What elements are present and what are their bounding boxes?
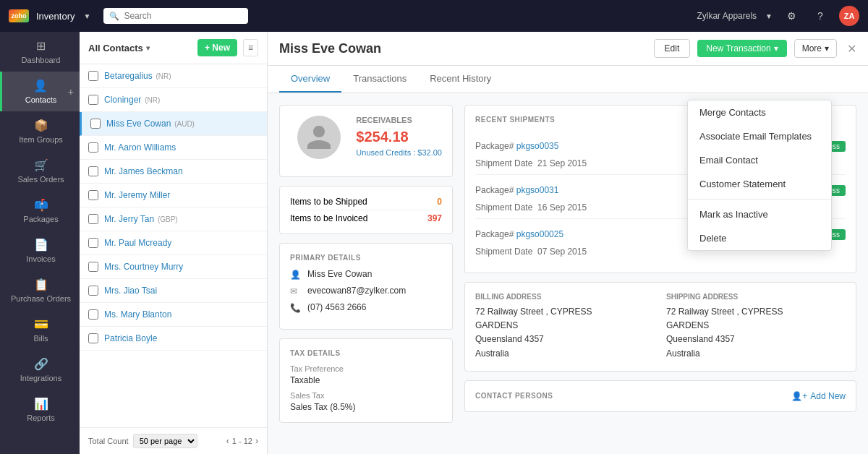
list-item[interactable]: Patricia Boyle: [80, 327, 267, 351]
list-item[interactable]: Ms. Mary Blanton: [80, 303, 267, 327]
detail-tabs: Overview Transactions Recent History: [268, 66, 868, 93]
reports-icon: 📊: [34, 397, 48, 411]
contact-checkbox[interactable]: [88, 309, 98, 320]
main-layout: ⊞ Dashboard 👤 Contacts + 📦 Item Groups 🛒…: [0, 32, 868, 454]
dropdown-item-customer-statement[interactable]: Customer Statement: [688, 172, 831, 196]
list-item[interactable]: Betaregalius (NR): [80, 64, 267, 88]
contact-checkbox[interactable]: [88, 333, 98, 343]
edit-button[interactable]: Edit: [654, 39, 691, 58]
sidebar-label-bills: Bills: [33, 334, 48, 343]
tab-overview[interactable]: Overview: [279, 66, 341, 93]
sidebar-item-reports[interactable]: 📊 Reports: [0, 390, 80, 429]
contact-checkbox[interactable]: [88, 238, 98, 248]
item-groups-icon: 📦: [34, 119, 48, 132]
left-column: Receivables $254.18 Unused Credits : $32…: [279, 105, 453, 442]
contact-checkbox[interactable]: [88, 71, 98, 81]
contact-checkbox[interactable]: [88, 286, 98, 296]
list-item[interactable]: Miss Eve Cowan (AUD): [80, 112, 267, 136]
list-item[interactable]: Mr. Aaron Williams: [80, 136, 267, 160]
sidebar-item-item-groups[interactable]: 📦 Item Groups: [0, 111, 80, 151]
email-icon: ✉: [290, 286, 302, 296]
dropdown-item-merge-contacts[interactable]: Merge Contacts: [688, 100, 831, 124]
sidebar-item-purchase-orders[interactable]: 📋 Purchase Orders: [0, 270, 80, 310]
help-icon-button[interactable]: ?: [810, 6, 830, 26]
contact-checkbox[interactable]: [88, 95, 98, 105]
tab-recent-history[interactable]: Recent History: [418, 66, 503, 93]
contact-checkbox[interactable]: [90, 119, 101, 129]
new-contact-button[interactable]: + New: [197, 39, 237, 56]
app-container: zoho Inventory ▼ 🔍 Zylkar Apparels ▼ ⚙ ?…: [0, 0, 868, 454]
settings-icon-button[interactable]: ⚙: [781, 6, 801, 26]
items-summary: Items to be Shipped 0 Items to be Invoic…: [279, 186, 453, 234]
more-label: More: [802, 43, 822, 53]
sidebar-item-dashboard[interactable]: ⊞ Dashboard: [0, 32, 80, 72]
contact-checkbox[interactable]: [88, 262, 98, 272]
shipment-pkg-info: Package# pkgso00025: [475, 229, 563, 239]
contact-avatar: [297, 116, 341, 159]
org-name-label: Zylkar Apparels: [697, 11, 757, 21]
tax-preference-label: Tax Preference: [290, 364, 442, 373]
dropdown-item-email-contact[interactable]: Email Contact: [688, 148, 831, 172]
pagination-buttons: ‹ 1 - 12 ›: [226, 436, 258, 446]
dropdown-item-associate-email[interactable]: Associate Email Templates: [688, 124, 831, 148]
items-to-be-shipped-row: Items to be Shipped 0: [290, 194, 442, 210]
list-item[interactable]: Mr. Jeremy Miller: [80, 184, 267, 207]
sidebar-label-contacts: Contacts: [25, 95, 56, 104]
dropdown-item-mark-inactive[interactable]: Mark as Inactive: [688, 202, 831, 226]
contact-checkbox[interactable]: [88, 190, 98, 200]
search-input[interactable]: [124, 11, 242, 21]
tax-details-section: TAX DETAILS Tax Preference Taxable Sales…: [279, 338, 453, 423]
invoices-icon: 📄: [34, 238, 48, 252]
tab-transactions[interactable]: Transactions: [341, 66, 418, 93]
close-detail-button[interactable]: ✕: [847, 42, 856, 56]
dropdown-divider: [688, 199, 831, 200]
list-item[interactable]: Mrs. Jiao Tsai: [80, 279, 267, 303]
sidebar-item-invoices[interactable]: 📄 Invoices: [0, 231, 80, 270]
prev-page-button[interactable]: ‹: [226, 436, 229, 446]
sales-tax-label: Sales Tax: [290, 391, 442, 400]
contact-checkbox[interactable]: [88, 214, 98, 224]
contact-persons-label: CONTACT PERSONS: [475, 392, 553, 400]
list-item[interactable]: Mr. Jerry Tan (GBP): [80, 207, 267, 231]
user-avatar[interactable]: ZA: [839, 6, 859, 26]
contact-list-panel: All Contacts ▾ + New ≡ Betaregalius (NR)…: [80, 32, 268, 454]
list-item[interactable]: Mr. James Beckman: [80, 160, 267, 184]
primary-details-label: PRIMARY DETAILS: [290, 254, 442, 262]
billing-address-label: BILLING ADDRESS: [475, 293, 655, 301]
primary-phone-row: 📞 (07) 4563 2666: [290, 302, 442, 313]
contact-checkbox[interactable]: [88, 166, 98, 176]
sidebar-item-contacts[interactable]: 👤 Contacts +: [0, 72, 80, 111]
list-item[interactable]: Cloninger (NR): [80, 88, 267, 112]
billing-address-col: BILLING ADDRESS 72 Railway Street , CYPR…: [475, 293, 655, 361]
tax-preference-val: Taxable: [290, 375, 442, 385]
total-count-label: Total Count: [88, 437, 129, 445]
add-icon: 👤+: [791, 391, 807, 401]
package-id: pkgso0031: [516, 185, 559, 195]
sales-tax-val: Sales Tax (8.5%): [290, 402, 442, 412]
next-page-button[interactable]: ›: [255, 436, 258, 446]
list-item[interactable]: Mr. Paul Mcready: [80, 231, 267, 255]
contact-checkbox[interactable]: [88, 142, 98, 153]
sidebar-item-packages[interactable]: 📫 Packages: [0, 191, 80, 231]
per-page-select[interactable]: 50 per page: [133, 434, 197, 448]
sidebar-item-sales-orders[interactable]: 🛒 Sales Orders: [0, 151, 80, 191]
new-transaction-label: New Transaction: [706, 43, 770, 53]
address-section: BILLING ADDRESS 72 Railway Street , CYPR…: [464, 282, 856, 372]
new-transaction-button[interactable]: New Transaction ▾: [697, 40, 786, 57]
org-dropdown-button[interactable]: ▼: [765, 12, 773, 20]
list-view-button[interactable]: ≡: [243, 39, 258, 56]
more-button[interactable]: More ▾: [794, 39, 837, 58]
add-new-person-button[interactable]: 👤+ Add New: [791, 391, 846, 401]
all-contacts-button[interactable]: All Contacts ▾: [88, 43, 150, 53]
search-icon: 🔍: [109, 12, 119, 21]
dropdown-item-delete[interactable]: Delete: [688, 226, 831, 250]
contacts-add-icon[interactable]: +: [68, 86, 74, 98]
sidebar-item-bills[interactable]: 💳 Bills: [0, 310, 80, 350]
new-transaction-caret-icon: ▾: [774, 43, 778, 53]
primary-details-section: PRIMARY DETAILS 👤 Miss Eve Cowan ✉ eveco…: [279, 243, 453, 330]
list-item[interactable]: Mrs. Courtney Murry: [80, 255, 267, 279]
detail-header: Miss Eve Cowan Edit New Transaction ▾ Mo…: [268, 32, 868, 66]
address-columns: BILLING ADDRESS 72 Railway Street , CYPR…: [475, 293, 846, 361]
sidebar-item-integrations[interactable]: 🔗 Integrations: [0, 350, 80, 390]
app-dropdown-button[interactable]: ▼: [83, 12, 90, 20]
